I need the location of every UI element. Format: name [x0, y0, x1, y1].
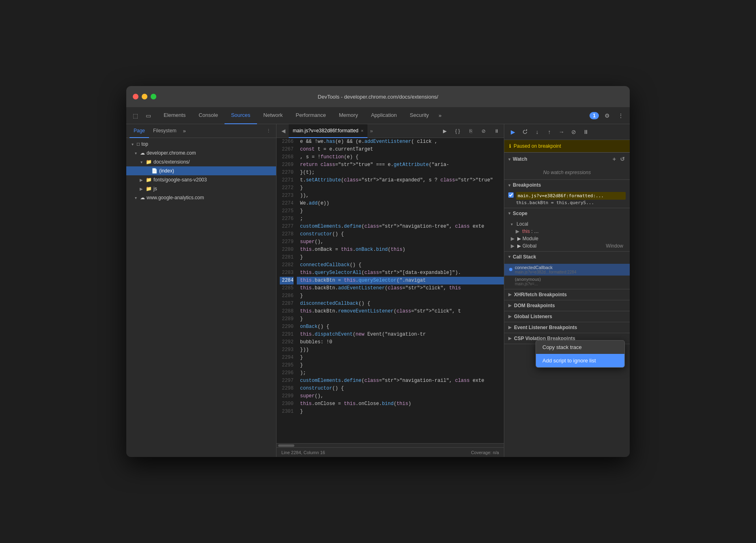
copy-stack-trace-item[interactable]: Copy stack trace — [536, 340, 624, 354]
sources-sidebar: Page Filesystem » ⋮ ▾ □ top ▾ ☁ devel — [126, 124, 276, 457]
minimize-button[interactable] — [142, 94, 147, 99]
tab-security[interactable]: Security — [403, 107, 435, 124]
call-stack-content: connectedCallback main.js?v=e382d...form… — [504, 262, 630, 289]
tree-item-developer-chrome[interactable]: ▾ ☁ developer.chrome.com — [126, 149, 276, 157]
notification-badge[interactable]: 1 — [590, 112, 599, 119]
watch-arrow-icon: ▾ — [508, 157, 510, 162]
breakpoints-arrow-icon: ▾ — [508, 183, 510, 187]
sidebar-more-button[interactable]: » — [180, 128, 188, 134]
tab-sources[interactable]: Sources — [225, 107, 257, 124]
tree-item-js[interactable]: ▶ 📁 js — [126, 184, 276, 193]
tab-filesystem[interactable]: Filesystem — [149, 124, 180, 138]
editor-tab-close-icon[interactable]: × — [361, 128, 363, 133]
pause-icon[interactable]: ⏸ — [491, 125, 502, 137]
prev-tab-icon[interactable]: ◀ — [278, 126, 289, 136]
sidebar-tree: ▾ □ top ▾ ☁ developer.chrome.com ▾ 📁 doc… — [126, 138, 276, 457]
dom-bp-section-header[interactable]: ▶ DOM Breakpoints — [504, 300, 630, 311]
tree-item-google-analytics[interactable]: ▾ ☁ www.google-analytics.com — [126, 193, 276, 202]
paused-label: Paused on breakpoint — [514, 143, 561, 149]
scope-global-label: ▶ Global — [517, 243, 536, 249]
tree-label-js: js — [153, 186, 157, 192]
sidebar-tabs: Page Filesystem » ⋮ — [126, 124, 276, 138]
tree-item-index[interactable]: 📄 (index) — [126, 166, 276, 175]
tree-arrow-top: ▾ — [130, 142, 135, 147]
global-listeners-section-header[interactable]: ▶ Global Listeners — [504, 311, 630, 322]
call-stack-section-header[interactable]: ▾ Call Stack — [504, 252, 630, 262]
editor-tab-more-icon[interactable]: » — [367, 128, 375, 134]
tree-item-top[interactable]: ▾ □ top — [126, 140, 276, 149]
deactivate-bp-icon[interactable]: ⊘ — [478, 125, 489, 137]
sidebar-menu-icon[interactable]: ⋮ — [264, 127, 273, 136]
coverage-status: Coverage: n/a — [471, 450, 499, 455]
scope-this-item[interactable]: ▶ this : … — [504, 228, 630, 235]
tree-label-docs-extensions: docs/extensions/ — [153, 159, 190, 165]
stack-item-text: connectedCallback main.js?v=e382d...form… — [515, 265, 576, 274]
scroll-thumb[interactable] — [278, 444, 294, 447]
device-mode-icon[interactable]: ▭ — [143, 110, 154, 121]
close-button[interactable] — [133, 94, 138, 99]
pretty-print-icon[interactable]: ⎘ — [465, 125, 476, 137]
xhrfetch-section-header[interactable]: ▶ XHR/fetch Breakpoints — [504, 289, 630, 300]
step-button[interactable]: → — [556, 127, 567, 137]
maximize-button[interactable] — [151, 94, 156, 99]
scope-this-key: this — [522, 228, 530, 234]
folder-icon: □ — [137, 141, 140, 147]
pause-on-exception-button[interactable]: ⏸ — [581, 127, 591, 137]
stack-item-anon-text: (anonymous) main.js?v=... — [515, 277, 541, 286]
add-script-ignore-item[interactable]: Add script to ignore list — [536, 354, 624, 367]
scope-global-left: ▶ ▶ Global — [511, 243, 536, 249]
breakpoint-item: main.js?v=e382d86f:formatted:... this.ba… — [504, 190, 630, 208]
tab-elements[interactable]: Elements — [157, 107, 192, 124]
scope-module-item[interactable]: ▶ ▶ Module — [504, 235, 630, 242]
deactivate-breakpoints-button[interactable]: ⊘ — [568, 127, 579, 137]
tree-arrow-fonts: ▶ — [138, 178, 144, 182]
breakpoint-checkbox[interactable] — [508, 192, 514, 198]
scope-local-item[interactable]: ▾ Local — [504, 220, 630, 228]
breakpoints-section-header[interactable]: ▾ Breakpoints — [504, 180, 630, 190]
folder-blue-icon: 📁 — [146, 159, 152, 165]
tree-label-google-analytics: www.google-analytics.com — [147, 195, 204, 200]
tab-performance[interactable]: Performance — [289, 107, 332, 124]
tabs-more-button[interactable]: » — [435, 112, 445, 119]
stack-item-anonymous[interactable]: (anonymous) main.js?v=... — [504, 276, 630, 287]
stack-item-connected-callback[interactable]: connectedCallback main.js?v=e382d...form… — [504, 264, 630, 276]
format-icon[interactable]: { } — [452, 125, 463, 137]
step-into-button[interactable]: ↓ — [532, 127, 542, 137]
cursor-position: Line 2284, Column 16 — [281, 450, 325, 455]
more-options-icon[interactable]: ⋮ — [615, 110, 626, 121]
watch-section-header[interactable]: ▾ Watch + ↺ — [504, 153, 630, 166]
tab-memory[interactable]: Memory — [333, 107, 365, 124]
tab-network[interactable]: Network — [257, 107, 289, 124]
breakpoint-code: this.backBtn = this.queryS... — [516, 200, 594, 205]
watch-add-button[interactable]: + — [612, 155, 617, 163]
run-script-icon[interactable]: ▶ — [439, 125, 450, 137]
breakpoint-location: main.js?v=e382d86f:formatted:... — [516, 192, 626, 200]
cursor-icon[interactable]: ⬚ — [130, 110, 141, 121]
scope-global-item[interactable]: ▶ ▶ Global Window — [504, 242, 630, 250]
scope-section-header[interactable]: ▾ Scope — [504, 208, 630, 219]
horizontal-scrollbar[interactable] — [276, 443, 504, 447]
tree-item-fonts[interactable]: ▶ 📁 fonts/google-sans-v2003 — [126, 175, 276, 184]
step-out-button[interactable]: ↑ — [544, 127, 555, 137]
csp-violation-arrow-icon: ▶ — [508, 336, 512, 340]
tab-console[interactable]: Console — [192, 107, 225, 124]
watch-refresh-button[interactable]: ↺ — [619, 155, 626, 163]
line-numbers: 2266226722682269227022712272227322742275… — [276, 138, 297, 443]
tree-label-top: top — [141, 141, 148, 147]
step-over-button[interactable] — [520, 127, 530, 137]
tree-item-docs-extensions[interactable]: ▾ 📁 docs/extensions/ — [126, 157, 276, 166]
code-content[interactable]: e && !we.has(e) && (e.addEventListener( … — [297, 138, 504, 443]
right-panel: ▶ ↓ ↑ → ⊘ ⏸ ℹ Paused on breakpoint ▾ Wat… — [504, 124, 630, 457]
tab-page[interactable]: Page — [130, 124, 149, 138]
scope-local-label: Local — [516, 221, 528, 227]
editor-area: ◀ main.js?v=e382d86f:formatted × » ▶ { }… — [276, 124, 504, 457]
folder-blue2-icon: 📁 — [146, 177, 152, 183]
settings-icon[interactable]: ⚙ — [601, 110, 613, 121]
editor-tab-main-js[interactable]: main.js?v=e382d86f:formatted × — [289, 124, 367, 138]
tab-application[interactable]: Application — [365, 107, 404, 124]
resume-button[interactable]: ▶ — [508, 127, 518, 137]
stack-name-connected-callback: connectedCallback — [515, 265, 576, 270]
scope-content: ▾ Local ▶ this : … ▶ ▶ Module ▶ — [504, 219, 630, 251]
event-listener-section-header[interactable]: ▶ Event Listener Breakpoints — [504, 322, 630, 333]
scope-local-arrow: ▾ — [511, 222, 513, 226]
